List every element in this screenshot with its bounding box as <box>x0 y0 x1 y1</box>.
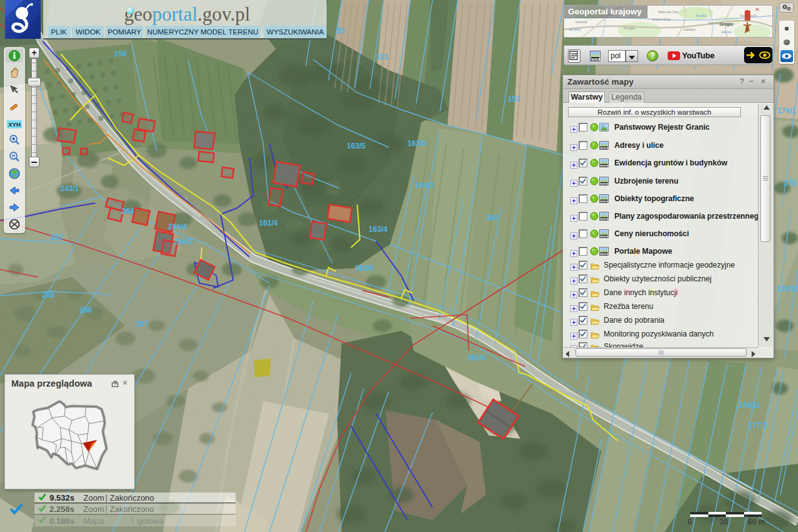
svg-text:Kamensk: Kamensk <box>575 21 588 24</box>
svg-text:wms: wms <box>600 182 609 185</box>
svg-text:Golebiow: Golebiow <box>683 28 696 31</box>
svg-text:Radomsko Dzie: Radomsko Dzie <box>658 11 678 14</box>
svg-text:wms: wms <box>600 217 609 221</box>
svg-text:wms: wms <box>600 234 609 238</box>
svg-text:wms: wms <box>600 199 609 203</box>
svg-text:wms: wms <box>600 252 609 256</box>
svg-text:wms: wms <box>600 164 609 167</box>
svg-text:Gielniow: Gielniow <box>721 31 732 34</box>
svg-text:Bk Dolny: Bk Dolny <box>569 28 581 31</box>
svg-text:Przyglow: Przyglow <box>624 27 636 30</box>
svg-text:Sulejow Wlodz: Sulejow Wlodz <box>652 18 671 21</box>
svg-text:Opoczno: Opoczno <box>708 22 720 25</box>
svg-text:Grojec: Grojec <box>720 22 733 27</box>
svg-text:wms: wms <box>591 57 601 61</box>
svg-text:wms: wms <box>600 146 609 150</box>
svg-text:Paradyz: Paradyz <box>696 14 706 18</box>
